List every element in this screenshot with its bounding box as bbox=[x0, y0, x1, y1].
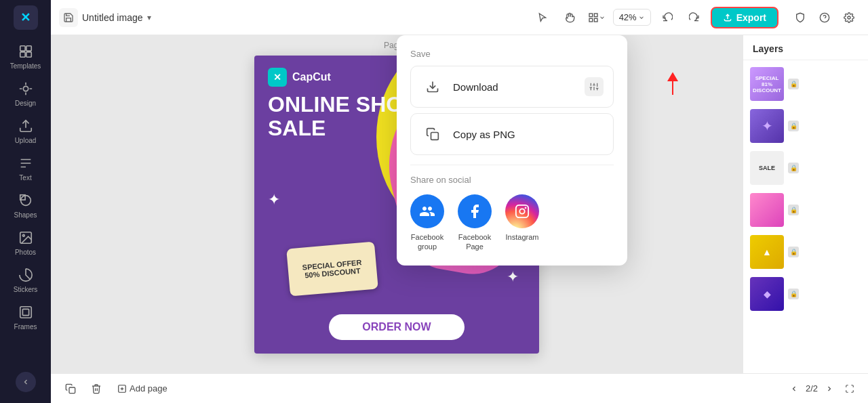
svg-point-9 bbox=[22, 234, 24, 236]
hand-tool-button[interactable] bbox=[559, 7, 580, 28]
right-icon-group bbox=[789, 7, 860, 28]
document-title: Untitled image bbox=[82, 12, 143, 23]
templates-icon bbox=[18, 43, 34, 60]
prev-page-button[interactable] bbox=[785, 380, 803, 398]
canvas-price-tag: SPECIAL OFFER 50% DISCOUNT bbox=[286, 241, 378, 296]
svg-rect-15 bbox=[594, 18, 597, 22]
svg-rect-13 bbox=[594, 14, 597, 17]
svg-point-4 bbox=[23, 86, 28, 91]
design-icon bbox=[18, 81, 34, 97]
app-logo[interactable]: ✕ bbox=[14, 5, 38, 30]
export-arrow-indicator bbox=[663, 70, 683, 98]
add-page-button[interactable]: Add page bbox=[112, 381, 173, 396]
svg-rect-34 bbox=[69, 387, 75, 394]
redo-button[interactable] bbox=[684, 7, 705, 28]
download-label: Download bbox=[453, 81, 576, 93]
fullscreen-button[interactable] bbox=[841, 380, 859, 398]
svg-rect-10 bbox=[20, 307, 31, 318]
export-popup: Save Download bbox=[397, 35, 627, 266]
collapse-button[interactable] bbox=[16, 372, 36, 392]
select-tool-button[interactable] bbox=[532, 7, 553, 28]
zoom-control[interactable]: 42% bbox=[613, 9, 651, 26]
save-to-cloud-button[interactable] bbox=[59, 8, 78, 27]
sidebar-item-frames[interactable]: Frames bbox=[0, 299, 51, 336]
svg-rect-14 bbox=[589, 18, 593, 22]
layer-lock-icon: 🔒 bbox=[788, 79, 799, 89]
copy-as-png-label: Copy as PNG bbox=[453, 129, 604, 140]
sidebar-item-photos[interactable]: Photos bbox=[0, 224, 51, 261]
next-page-button[interactable] bbox=[821, 380, 838, 398]
svg-rect-12 bbox=[589, 14, 593, 17]
instagram-icon bbox=[505, 194, 539, 228]
canvas-brand: ✕ CapCut bbox=[268, 68, 331, 87]
right-panel: Layers SPECIAL 81% DISCOUNT 🔒 ✦ 🔒 S bbox=[743, 35, 868, 373]
facebook-group-icon bbox=[410, 194, 444, 228]
delete-page-button[interactable] bbox=[86, 379, 106, 399]
left-toolbar: ✕ Templates Design bbox=[0, 0, 51, 403]
svg-point-6 bbox=[20, 196, 31, 206]
top-bar: Untitled image ▾ 42% bbox=[51, 0, 868, 35]
sidebar-item-templates[interactable]: Templates bbox=[0, 38, 51, 75]
layer-item[interactable]: SALE 🔒 bbox=[747, 148, 864, 188]
sidebar-item-shapes[interactable]: Shapes bbox=[0, 187, 51, 224]
facebook-page-icon bbox=[458, 194, 492, 228]
instagram-label: Instagram bbox=[506, 232, 539, 242]
view-options-button[interactable] bbox=[586, 7, 608, 28]
export-button[interactable]: Export bbox=[711, 7, 778, 28]
svg-marker-33 bbox=[667, 72, 678, 81]
canvas-star-1: ✦ bbox=[268, 191, 280, 209]
layer-thumbnail: ▲ bbox=[750, 235, 784, 269]
title-dropdown-caret[interactable]: ▾ bbox=[147, 13, 151, 22]
download-settings-icon[interactable] bbox=[585, 77, 604, 96]
facebook-page-label: FacebookPage bbox=[458, 232, 491, 252]
layer-item[interactable]: ▲ 🔒 bbox=[747, 232, 864, 272]
photos-icon bbox=[18, 230, 34, 246]
page-indicator: 2/2 bbox=[806, 383, 818, 394]
layer-thumbnail: SALE bbox=[750, 151, 784, 185]
canvas-area[interactable]: Page 2 ✕ CapCut ONLINE SHOP SALE ✦ ✦ SPE… bbox=[51, 35, 743, 373]
sidebar-item-design[interactable]: Design bbox=[0, 75, 51, 112]
sidebar-item-upload[interactable]: Upload bbox=[0, 112, 51, 150]
svg-rect-29 bbox=[516, 205, 528, 217]
layer-item[interactable]: 🔒 bbox=[747, 190, 864, 230]
svg-rect-11 bbox=[22, 309, 28, 315]
main-area: Untitled image ▾ 42% bbox=[51, 0, 868, 403]
svg-rect-3 bbox=[26, 52, 31, 57]
facebook-group-share[interactable]: Facebookgroup bbox=[410, 194, 444, 252]
sidebar-item-text[interactable]: Text bbox=[0, 150, 51, 187]
content-area: Page 2 ✕ CapCut ONLINE SHOP SALE ✦ ✦ SPE… bbox=[51, 35, 868, 373]
svg-point-17 bbox=[848, 16, 850, 19]
share-section-title: Share on social bbox=[410, 175, 614, 185]
duplicate-page-button[interactable] bbox=[60, 379, 81, 399]
layer-item[interactable]: ◆ 🔒 bbox=[747, 274, 864, 314]
toolbar-bottom bbox=[16, 372, 36, 398]
layer-thumbnail bbox=[750, 193, 784, 227]
stickers-icon bbox=[18, 267, 34, 283]
facebook-page-share[interactable]: FacebookPage bbox=[458, 194, 492, 252]
settings-icon-button[interactable] bbox=[838, 7, 860, 28]
save-section-title: Save bbox=[410, 49, 614, 59]
undo-button[interactable] bbox=[656, 7, 678, 28]
canvas-logo-icon: ✕ bbox=[268, 68, 287, 87]
upload-icon bbox=[18, 118, 34, 134]
shield-icon-button[interactable] bbox=[789, 7, 811, 28]
download-icon bbox=[420, 75, 445, 99]
svg-rect-1 bbox=[26, 46, 31, 51]
sidebar-item-stickers[interactable]: Stickers bbox=[0, 261, 51, 299]
layer-item[interactable]: SPECIAL 81% DISCOUNT 🔒 bbox=[747, 64, 864, 104]
layer-lock-icon: 🔒 bbox=[788, 121, 799, 131]
canvas-cta-button: ORDER NOW bbox=[329, 314, 465, 340]
svg-point-30 bbox=[519, 209, 524, 213]
frames-icon bbox=[18, 304, 34, 320]
layer-item[interactable]: ✦ 🔒 bbox=[747, 106, 864, 146]
copy-as-png-option[interactable]: Copy as PNG bbox=[410, 113, 614, 155]
instagram-share[interactable]: Instagram bbox=[505, 194, 539, 252]
layer-thumbnail: ✦ bbox=[750, 109, 784, 143]
layers-panel-title: Layers bbox=[743, 35, 868, 60]
help-icon-button[interactable] bbox=[814, 7, 835, 28]
svg-rect-2 bbox=[20, 52, 24, 57]
layers-list: SPECIAL 81% DISCOUNT 🔒 ✦ 🔒 SALE 🔒 bbox=[743, 60, 868, 373]
download-option[interactable]: Download bbox=[410, 66, 614, 108]
canvas-brand-name: CapCut bbox=[292, 71, 331, 83]
layer-lock-icon: 🔒 bbox=[788, 289, 799, 299]
